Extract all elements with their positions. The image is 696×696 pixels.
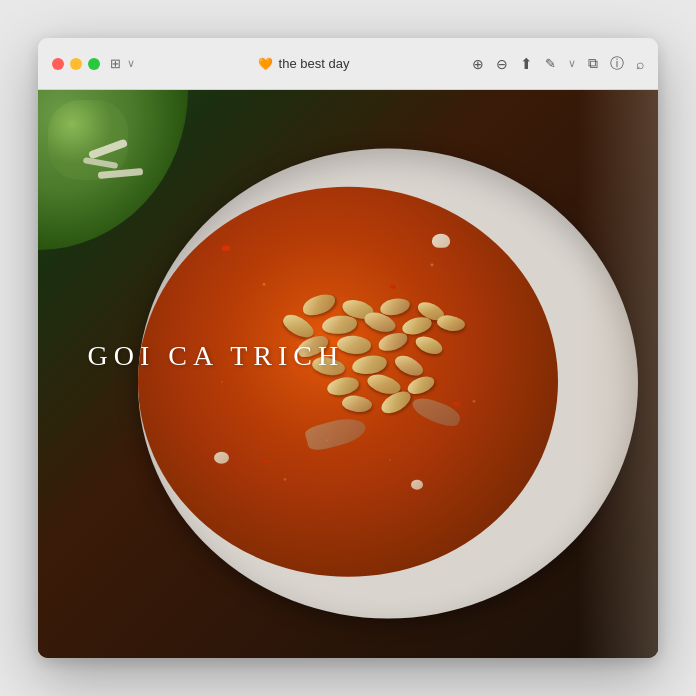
site-title: the best day <box>279 56 350 71</box>
minimize-button[interactable] <box>70 58 82 70</box>
toolbar-icons: ⊕ ⊖ ⬆ ✎ ∨ ⧉ ⓘ ⌕ <box>472 55 644 73</box>
search-icon[interactable]: ⌕ <box>636 56 644 72</box>
dish-title: GOI CA TRICH <box>88 340 345 372</box>
close-button[interactable] <box>52 58 64 70</box>
peanut-15 <box>351 354 388 377</box>
peanut-6 <box>322 314 358 335</box>
chili-1 <box>222 245 230 250</box>
tab-area: ⊞ ∨ <box>110 56 135 71</box>
info-icon[interactable]: ⓘ <box>610 55 624 73</box>
traffic-lights <box>52 58 100 70</box>
edit-icon[interactable]: ✎ <box>545 56 556 71</box>
browser-chrome: ⊞ ∨ 🧡 the best day ⊕ ⊖ ⬆ ✎ ∨ ⧉ ⓘ ⌕ <box>38 38 658 90</box>
chevron-icon: ∨ <box>127 57 135 70</box>
address-bar[interactable]: 🧡 the best day <box>145 56 462 71</box>
peanut-20 <box>341 394 373 414</box>
peanut-12 <box>377 330 410 354</box>
tab-switcher-icon[interactable]: ⊞ <box>110 56 121 71</box>
chili-4 <box>264 460 269 463</box>
browser-window: ⊞ ∨ 🧡 the best day ⊕ ⊖ ⬆ ✎ ∨ ⧉ ⓘ ⌕ <box>38 38 658 658</box>
bowl-inner <box>138 187 558 577</box>
peanut-9 <box>436 314 466 334</box>
right-overlay <box>578 90 658 658</box>
favicon: 🧡 <box>258 57 273 71</box>
garlic-2 <box>214 452 229 464</box>
share-icon[interactable]: ⬆ <box>520 55 533 73</box>
peanut-19 <box>406 373 438 397</box>
chili-2 <box>390 284 396 288</box>
window-icon[interactable]: ⧉ <box>588 55 598 72</box>
zoom-out-icon[interactable]: ⊖ <box>496 56 508 72</box>
edit-chevron-icon: ∨ <box>568 57 576 70</box>
peanut-16 <box>392 352 426 380</box>
garlic-3 <box>411 479 423 489</box>
maximize-button[interactable] <box>88 58 100 70</box>
browser-content: GOI CA TRICH <box>38 90 658 658</box>
food-image: GOI CA TRICH <box>38 90 658 658</box>
peanut-13 <box>414 333 446 357</box>
zoom-in-icon[interactable]: ⊕ <box>472 56 484 72</box>
garlic-1 <box>432 234 450 248</box>
